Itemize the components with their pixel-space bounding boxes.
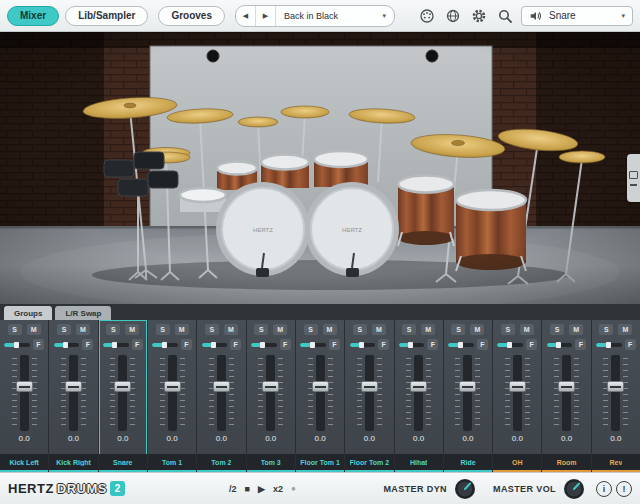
volume-fader[interactable] <box>258 355 283 431</box>
fader-flip-button[interactable]: F <box>526 339 537 350</box>
pan-slider[interactable] <box>152 343 178 347</box>
fader-cap[interactable] <box>262 381 279 392</box>
volume-fader[interactable] <box>406 355 431 431</box>
solo-button[interactable]: S <box>501 324 515 335</box>
solo-button[interactable]: S <box>57 324 71 335</box>
search-icon[interactable] <box>495 6 515 26</box>
fader-cap[interactable] <box>114 381 131 392</box>
mute-button[interactable]: M <box>470 324 484 335</box>
record-dot-button[interactable]: ● <box>291 484 296 493</box>
volume-fader[interactable] <box>505 355 530 431</box>
solo-button[interactable]: S <box>599 324 613 335</box>
fader-track[interactable] <box>365 355 374 431</box>
solo-button[interactable]: S <box>156 324 170 335</box>
midi-icon[interactable] <box>417 6 437 26</box>
info-button[interactable]: i <box>596 481 612 497</box>
mute-button[interactable]: M <box>618 324 632 335</box>
volume-fader[interactable] <box>554 355 579 431</box>
fader-flip-button[interactable]: F <box>33 339 44 350</box>
fader-track[interactable] <box>463 355 472 431</box>
pan-slider[interactable] <box>103 343 129 347</box>
mute-button[interactable]: M <box>125 324 139 335</box>
pan-handle[interactable] <box>507 342 512 348</box>
fader-track[interactable] <box>513 355 522 431</box>
mute-button[interactable]: M <box>520 324 534 335</box>
fader-cap[interactable] <box>16 381 33 392</box>
pan-slider[interactable] <box>4 343 30 347</box>
fader-track[interactable] <box>168 355 177 431</box>
solo-button[interactable]: S <box>550 324 564 335</box>
channel-name[interactable]: Kick Left <box>0 454 48 472</box>
fader-cap[interactable] <box>361 381 378 392</box>
fader-flip-button[interactable]: F <box>575 339 586 350</box>
channel-name[interactable]: Floor Tom 2 <box>345 454 393 472</box>
globe-icon[interactable] <box>443 6 463 26</box>
mute-button[interactable]: M <box>569 324 583 335</box>
channel-name[interactable]: OH <box>493 454 541 472</box>
fader-flip-button[interactable]: F <box>280 339 291 350</box>
channel-name[interactable]: Tom 3 <box>247 454 295 472</box>
solo-button[interactable]: S <box>353 324 367 335</box>
solo-button[interactable]: S <box>8 324 22 335</box>
channel-name[interactable]: Ride <box>444 454 492 472</box>
channel-name[interactable]: Tom 2 <box>197 454 245 472</box>
fader-cap[interactable] <box>213 381 230 392</box>
volume-fader[interactable] <box>209 355 234 431</box>
fader-flip-button[interactable]: F <box>625 339 636 350</box>
mute-button[interactable]: M <box>27 324 41 335</box>
pan-slider[interactable] <box>399 343 425 347</box>
fader-track[interactable] <box>217 355 226 431</box>
fader-cap[interactable] <box>558 381 575 392</box>
mute-button[interactable]: M <box>175 324 189 335</box>
pan-handle[interactable] <box>63 342 68 348</box>
volume-fader[interactable] <box>61 355 86 431</box>
pan-handle[interactable] <box>310 342 315 348</box>
fader-cap[interactable] <box>459 381 476 392</box>
instrument-selector[interactable]: Snare ▾ <box>521 6 633 26</box>
solo-button[interactable]: S <box>304 324 318 335</box>
volume-fader[interactable] <box>357 355 382 431</box>
groups-tab[interactable]: Groups <box>4 306 52 320</box>
channel-name[interactable]: Snare <box>99 454 147 472</box>
double-tempo-button[interactable]: x2 <box>273 484 283 494</box>
master-vol-knob[interactable] <box>563 478 585 500</box>
mute-button[interactable]: M <box>421 324 435 335</box>
fader-flip-button[interactable]: F <box>378 339 389 350</box>
pan-handle[interactable] <box>408 342 413 348</box>
stage-side-panel-tab[interactable] <box>627 154 640 202</box>
pan-handle[interactable] <box>211 342 216 348</box>
pan-slider[interactable] <box>497 343 523 347</box>
pan-handle[interactable] <box>556 342 561 348</box>
pan-handle[interactable] <box>14 342 19 348</box>
fader-cap[interactable] <box>410 381 427 392</box>
fader-flip-button[interactable]: F <box>427 339 438 350</box>
fader-track[interactable] <box>316 355 325 431</box>
solo-button[interactable]: S <box>254 324 268 335</box>
preset-prev-button[interactable]: ◀ <box>236 6 256 26</box>
lr-swap-tab[interactable]: L/R Swap <box>55 306 111 320</box>
pan-handle[interactable] <box>606 342 611 348</box>
play-button[interactable]: ▶ <box>258 484 265 494</box>
solo-button[interactable]: S <box>205 324 219 335</box>
fader-track[interactable] <box>611 355 620 431</box>
fader-flip-button[interactable]: F <box>181 339 192 350</box>
pan-slider[interactable] <box>596 343 622 347</box>
pan-handle[interactable] <box>359 342 364 348</box>
channel-name[interactable]: Floor Tom 1 <box>296 454 344 472</box>
tab-mixer[interactable]: Mixer <box>7 6 59 26</box>
fader-track[interactable] <box>562 355 571 431</box>
mute-button[interactable]: M <box>224 324 238 335</box>
pan-handle[interactable] <box>112 342 117 348</box>
fader-flip-button[interactable]: F <box>329 339 340 350</box>
pan-handle[interactable] <box>162 342 167 348</box>
fader-cap[interactable] <box>509 381 526 392</box>
tab-lib-sampler[interactable]: Lib/Sampler <box>65 6 148 26</box>
pan-slider[interactable] <box>300 343 326 347</box>
fader-cap[interactable] <box>312 381 329 392</box>
fader-track[interactable] <box>414 355 423 431</box>
mute-button[interactable]: M <box>273 324 287 335</box>
preset-name-dropdown[interactable]: Back in Black ▾ <box>276 6 394 26</box>
mute-button[interactable]: M <box>372 324 386 335</box>
solo-button[interactable]: S <box>106 324 120 335</box>
half-tempo-button[interactable]: /2 <box>229 484 237 494</box>
